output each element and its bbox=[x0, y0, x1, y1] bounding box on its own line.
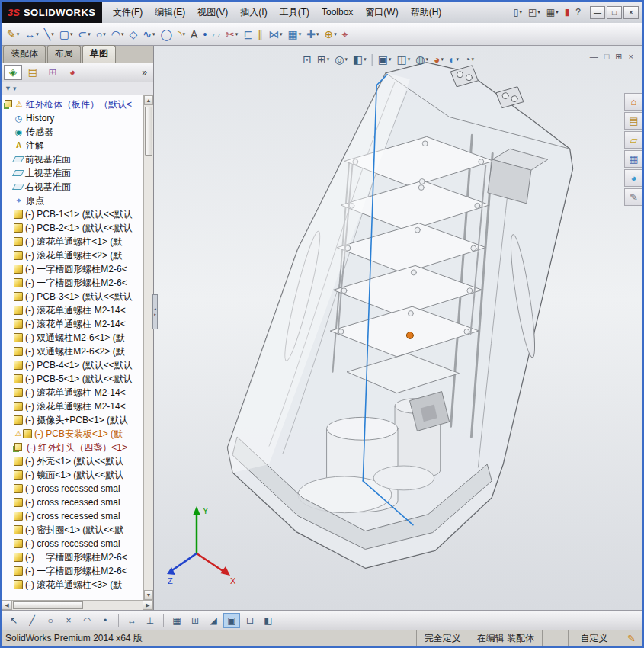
point-button[interactable]: • bbox=[200, 25, 209, 43]
tree-h-scrollbar[interactable]: ◀ ▶ bbox=[2, 600, 153, 610]
tab-assembly[interactable]: 装配体 bbox=[3, 45, 46, 63]
tree-item-9[interactable]: (-) 滚花单通螺柱<1> (默 bbox=[4, 235, 143, 249]
convert-entities-button[interactable]: ⊑ bbox=[241, 25, 255, 43]
appearances-scenes-tab[interactable]: ◕ bbox=[624, 169, 642, 187]
sketch-line-button[interactable]: ╱ bbox=[24, 613, 40, 628]
maximize-button[interactable]: □ bbox=[607, 6, 622, 19]
sketch-caret-icon[interactable]: ▾ bbox=[17, 31, 20, 37]
tree-item-20[interactable]: (-) 滚花单通螺柱 M2-14< bbox=[4, 386, 143, 399]
view-palette-tab[interactable]: ▦ bbox=[624, 150, 642, 168]
previous-view-button[interactable]: ◎▾ bbox=[333, 52, 349, 67]
spline-caret-icon[interactable]: ▾ bbox=[152, 31, 155, 37]
configurationmanager-tab[interactable]: ⊞ bbox=[43, 65, 62, 80]
tab-layout[interactable]: 布局 bbox=[47, 45, 81, 63]
sketch-circle-button[interactable]: ○ bbox=[42, 613, 59, 628]
repair-sketch-button[interactable]: ⌖ bbox=[340, 25, 351, 43]
tree-item-12[interactable]: (-) 一字槽圆形螺柱M2-6< bbox=[4, 276, 143, 290]
tree-item-33[interactable]: (-) 一字槽圆形螺柱M2-6< bbox=[4, 564, 143, 578]
circle-button[interactable]: ○▾ bbox=[94, 25, 108, 43]
tree-item-32[interactable]: (-) 一字槽圆形螺柱M2-6< bbox=[4, 550, 143, 564]
menu-tools[interactable]: 工具(T) bbox=[274, 2, 316, 22]
sketch-fillet-caret-icon[interactable]: ▾ bbox=[183, 31, 186, 37]
offset-entities-button[interactable]: ∥ bbox=[255, 25, 265, 43]
doc-close-button[interactable]: × bbox=[629, 53, 633, 61]
assembly-model[interactable] bbox=[227, 63, 572, 568]
shaded-button[interactable]: ⊟ bbox=[242, 613, 258, 628]
line-caret-icon[interactable]: ▾ bbox=[51, 31, 54, 37]
apply-scene-caret-icon[interactable]: ▾ bbox=[457, 56, 460, 63]
tree-item-4[interactable]: 上视基准面 bbox=[4, 166, 143, 180]
hide-show-items-button[interactable]: ◍▾ bbox=[414, 52, 430, 67]
hide-show-items-caret-icon[interactable]: ▾ bbox=[426, 56, 429, 63]
smart-dimension-caret-icon[interactable]: ▾ bbox=[36, 31, 39, 37]
tree-item-8[interactable]: (-) PCB-2<1> (默认<<默认 bbox=[4, 221, 143, 235]
open-document-button[interactable]: ◰▾ bbox=[526, 5, 543, 20]
display-delete-relations-button[interactable]: ⊕▾ bbox=[322, 25, 339, 43]
sketch-button[interactable]: ✎▾ bbox=[5, 25, 21, 43]
view-orientation-caret-icon[interactable]: ▾ bbox=[389, 56, 392, 63]
section-view-caret-icon[interactable]: ▾ bbox=[364, 56, 367, 63]
menu-toolbox[interactable]: Toolbox bbox=[316, 2, 359, 22]
custom-properties-tab[interactable]: ✎ bbox=[624, 188, 642, 206]
tree-item-21[interactable]: (-) 滚花单通螺柱 M2-14< bbox=[4, 399, 143, 413]
tree-item-23[interactable]: ⚠(-) PCB安装板<1> (默 bbox=[4, 427, 143, 441]
tree-item-18[interactable]: (-) PCB-4<1> (默认<<默认 bbox=[4, 358, 143, 372]
save-document-button[interactable]: ▦▾ bbox=[544, 5, 561, 20]
status-custom[interactable]: 自定义 bbox=[568, 630, 620, 646]
tree-filter-bar[interactable]: ▼ ▾ bbox=[2, 82, 153, 95]
displaymanager-tab[interactable]: ◕ bbox=[63, 65, 82, 80]
section-view-button[interactable]: ◧▾ bbox=[351, 52, 368, 67]
tree-item-10[interactable]: (-) 滚花单通螺柱<2> (默 bbox=[4, 249, 143, 262]
scroll-right-button[interactable]: ▶ bbox=[143, 601, 153, 610]
linear-sketch-pattern-button[interactable]: ▦▾ bbox=[286, 25, 304, 43]
scroll-down-button[interactable]: ▼ bbox=[144, 590, 153, 600]
straight-slot-caret-icon[interactable]: ▾ bbox=[88, 31, 91, 37]
panel-expand-button[interactable]: » bbox=[142, 67, 151, 78]
menu-window[interactable]: 窗口(W) bbox=[359, 2, 404, 22]
line-button[interactable]: ╲▾ bbox=[42, 25, 56, 43]
polygon-button[interactable]: ◇ bbox=[127, 25, 139, 43]
v-scroll-track[interactable] bbox=[144, 105, 153, 590]
scroll-up-button[interactable]: ▲ bbox=[144, 95, 153, 105]
tree-item-0[interactable]: ◷History bbox=[4, 111, 143, 125]
solidworks-resources-tab[interactable]: ⌂ bbox=[624, 93, 642, 111]
tree-item-31[interactable]: (-) cross recessed smal bbox=[4, 537, 143, 550]
mirror-entities-button[interactable]: ⋈▾ bbox=[266, 25, 285, 43]
add-relations-button[interactable]: ⊥ bbox=[142, 613, 159, 628]
circle-caret-icon[interactable]: ▾ bbox=[103, 31, 106, 37]
move-entities-caret-icon[interactable]: ▾ bbox=[316, 31, 319, 37]
minimize-button[interactable]: — bbox=[590, 6, 605, 19]
view-settings-caret-icon[interactable]: ▾ bbox=[471, 56, 474, 63]
previous-view-caret-icon[interactable]: ▾ bbox=[345, 56, 348, 63]
zoom-area-caret-icon[interactable]: ▾ bbox=[327, 56, 330, 63]
ellipse-button[interactable]: ◯ bbox=[158, 25, 175, 43]
design-library-tab[interactable]: ▤ bbox=[624, 112, 642, 130]
tree-item-26[interactable]: (-) 镜面<1> (默认<<默认 bbox=[4, 468, 143, 482]
smart-dimension-button[interactable]: ↔▾ bbox=[22, 25, 41, 43]
centerpoint-arc-button[interactable]: ◠▾ bbox=[109, 25, 127, 43]
edit-appearance-button[interactable]: ◕▾ bbox=[432, 52, 445, 67]
plane-button[interactable]: ▱ bbox=[210, 25, 223, 43]
quick-tips-icon[interactable]: ✎ bbox=[620, 630, 642, 646]
menu-help[interactable]: 帮助(H) bbox=[405, 2, 448, 22]
tree-item-27[interactable]: (-) cross recessed smal bbox=[4, 482, 143, 496]
apply-scene-button[interactable]: ◐▾ bbox=[447, 52, 460, 67]
panel-splitter[interactable]: ◂ ▸ bbox=[152, 294, 158, 329]
wireframe-button[interactable]: ⊞ bbox=[187, 613, 203, 628]
sketch-arc-button[interactable]: ◠ bbox=[78, 613, 95, 628]
tree-v-scrollbar[interactable]: ▲ ▼ bbox=[143, 95, 153, 600]
featuremanager-tab[interactable]: ◈ bbox=[4, 65, 22, 80]
dimension-button[interactable]: ↔ bbox=[123, 613, 140, 628]
spline-button[interactable]: ∿▾ bbox=[140, 25, 157, 43]
menu-file[interactable]: 文件(F) bbox=[107, 2, 149, 22]
help-menu-button[interactable]: ? bbox=[573, 5, 583, 20]
menu-insert[interactable]: 插入(I) bbox=[234, 2, 273, 22]
display-style-button[interactable]: ◫▾ bbox=[396, 52, 412, 67]
tree-item-14[interactable]: (-) 滚花单通螺柱 M2-14< bbox=[4, 303, 143, 317]
v-scroll-thumb[interactable] bbox=[145, 107, 152, 156]
tree-item-25[interactable]: (-) 外壳<1> (默认<<默认 bbox=[4, 454, 143, 468]
tree-item-34[interactable]: (-) 滚花单通螺柱<3> (默 bbox=[4, 578, 143, 592]
tree-item-15[interactable]: (-) 滚花单通螺柱 M2-14< bbox=[4, 317, 143, 331]
tree-item-6[interactable]: ⌖原点 bbox=[4, 194, 143, 207]
corner-rectangle-caret-icon[interactable]: ▾ bbox=[70, 31, 73, 37]
